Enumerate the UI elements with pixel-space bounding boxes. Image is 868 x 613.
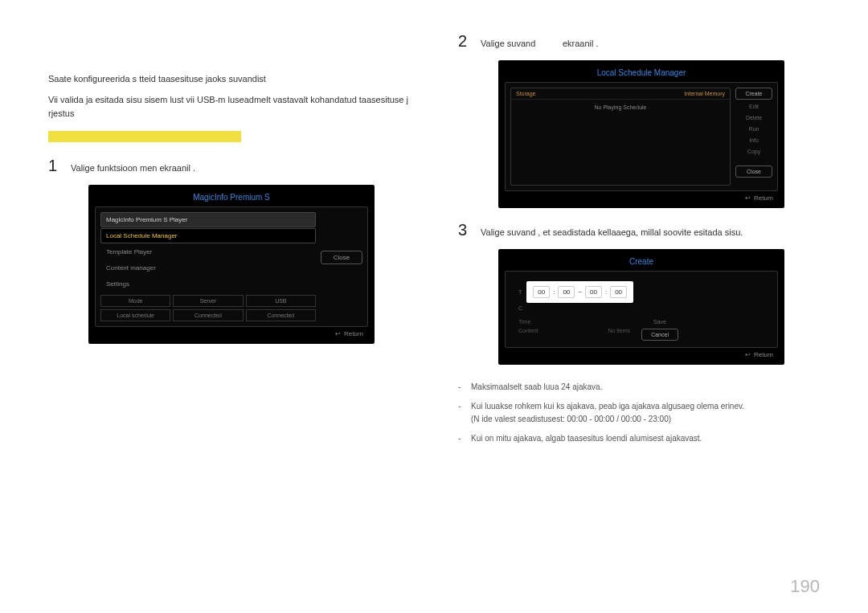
lsm-create-button[interactable]: Create xyxy=(735,88,772,100)
create-noitems: No items xyxy=(608,328,630,333)
grid-local: Local schedule xyxy=(100,309,170,321)
time-m1[interactable]: 00 xyxy=(558,286,575,298)
step-3-text: Valige suvand , et seadistada kellaaega,… xyxy=(481,227,820,237)
step-1-text: Valige funktsioon men ekraanil . xyxy=(71,163,426,173)
intro-line-1: Saate konfigureerida s tteid taasesituse… xyxy=(48,72,426,87)
grid-usb: USB xyxy=(246,295,316,307)
lsm-delete-button[interactable]: Delete xyxy=(735,113,772,122)
create-c-label: C xyxy=(515,305,522,311)
lsm-copy-button[interactable]: Copy xyxy=(735,147,772,156)
create-frame: Create T 00 : 00 ~ 00 : xyxy=(498,249,784,365)
create-cancel-button[interactable]: Cancel xyxy=(641,329,678,341)
page-number: 190 xyxy=(790,576,820,597)
grid-connected-1: Connected xyxy=(173,309,243,321)
step-3-number: 3 xyxy=(458,221,471,239)
menu-lsm[interactable]: Local Schedule Manager xyxy=(100,228,316,243)
time-colon-1: : xyxy=(553,288,555,296)
menu-template[interactable]: Template Player xyxy=(100,244,316,260)
menu-player[interactable]: MagicInfo Premium S Player xyxy=(100,212,316,227)
step-2-text-b: ekraanil . xyxy=(563,39,599,48)
step-2-text: Valige suvand ekraanil . xyxy=(481,39,820,48)
magicinfo-return[interactable]: Return xyxy=(344,330,363,337)
note-dash: - xyxy=(458,381,465,394)
grid-server: Server xyxy=(173,295,243,307)
return-icon[interactable] xyxy=(335,330,344,337)
create-save-button[interactable]: Save xyxy=(641,317,678,326)
create-return[interactable]: Return xyxy=(754,351,773,358)
lsm-noplaying: No Playing Schedule xyxy=(511,100,730,115)
note-dash: - xyxy=(458,432,465,445)
time-h1[interactable]: 00 xyxy=(533,286,550,298)
lsm-edit-button[interactable]: Edit xyxy=(735,102,772,111)
lsm-info-button[interactable]: Info xyxy=(735,136,772,145)
menu-settings[interactable]: Settings xyxy=(100,276,316,292)
grid-mode: Mode xyxy=(100,295,170,307)
create-time-label: Time xyxy=(518,319,530,325)
intro-line-2: Vii valida ja esitada sisu sisem lust vi… xyxy=(48,93,426,121)
lsm-storage-label: Storage xyxy=(516,91,536,96)
magicinfo-title: MagicInfo Premium S xyxy=(95,191,368,206)
highlight-bar xyxy=(48,131,241,142)
lsm-return[interactable]: Return xyxy=(754,194,773,202)
note-dash: - xyxy=(458,400,465,426)
grid-connected-2: Connected xyxy=(246,309,316,321)
note-2a: Kui luuakse rohkem kui ks ajakava, peab … xyxy=(471,402,744,411)
time-h2[interactable]: 00 xyxy=(585,286,602,298)
note-2: Kui luuakse rohkem kui ks ajakava, peab … xyxy=(471,400,820,426)
return-icon[interactable] xyxy=(745,194,754,202)
note-2b: (N ide valest seadistusest: 00:00 - 00:0… xyxy=(471,415,671,423)
create-content-label: Content xyxy=(518,328,538,333)
lsm-frame: Local Schedule Manager Storage Internal … xyxy=(498,60,784,208)
step-2-number: 2 xyxy=(458,32,471,51)
time-colon-2: : xyxy=(605,288,607,296)
create-title: Create xyxy=(505,255,778,271)
note-1: Maksimaalselt saab luua 24 ajakava. xyxy=(471,381,820,394)
magicinfo-close-button[interactable]: Close xyxy=(321,251,362,264)
lsm-internal-label: Internal Memory xyxy=(684,91,725,96)
lsm-close-button[interactable]: Close xyxy=(735,166,772,178)
return-icon[interactable] xyxy=(745,351,754,358)
step-2-text-a: Valige suvand xyxy=(481,39,535,48)
lsm-title: Local Schedule Manager xyxy=(505,67,778,82)
magicinfo-frame: MagicInfo Premium S MagicInfo Premium S … xyxy=(88,185,375,344)
note-3: Kui on mitu ajakava, algab taasesitus lo… xyxy=(471,432,820,445)
notes-list: - Maksimaalselt saab luua 24 ajakava. - … xyxy=(458,381,820,445)
time-m2[interactable]: 00 xyxy=(610,286,627,298)
create-t-label: T xyxy=(515,289,522,295)
step-1-number: 1 xyxy=(48,157,61,175)
menu-content[interactable]: Content manager xyxy=(100,260,316,276)
time-tilde: ~ xyxy=(578,288,582,296)
lsm-run-button[interactable]: Run xyxy=(735,125,772,133)
